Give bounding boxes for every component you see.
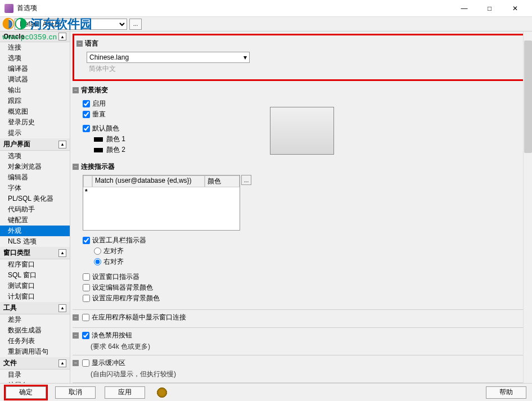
toolbar-indicator-checkbox[interactable]	[83, 237, 90, 244]
light-button-checkbox[interactable]	[82, 332, 89, 339]
sidebar-item[interactable]: 外观	[0, 226, 70, 236]
content-panel: − 语言 Chinese.lang▾ 简体中文 − 背景渐变 启用 垂直	[70, 31, 532, 383]
footer: 确定 取消 应用 帮助	[0, 383, 532, 401]
sidebar-category[interactable]: 用户界面▴	[0, 138, 70, 151]
sidebar-item[interactable]: 重新调用语句	[0, 346, 70, 357]
toolbar: Default ASUS ...	[0, 17, 532, 31]
app-bg-checkbox[interactable]	[83, 295, 90, 302]
sidebar-category[interactable]: 工具▴	[0, 302, 70, 314]
sidebar-item[interactable]: 差异	[0, 314, 70, 325]
sidebar-item[interactable]: 编辑器	[0, 172, 70, 183]
sidebar-item[interactable]: NLS 选项	[0, 236, 70, 247]
sidebar-item[interactable]: 计划窗口	[0, 291, 70, 302]
buffer-desc: (自由闪动显示，但执行较慢)	[73, 370, 530, 379]
sidebar-category[interactable]: 窗口类型▴	[0, 247, 70, 259]
collapse-icon[interactable]: −	[73, 164, 79, 170]
sidebar: Oracle▴连接选项编译器调试器输出跟踪概览图登录历史提示用户界面▴选项对象浏…	[0, 31, 70, 383]
vertical-checkbox[interactable]	[83, 111, 90, 118]
sidebar-item[interactable]: 键配置	[0, 215, 70, 226]
gradient-preview	[270, 107, 334, 155]
cancel-button[interactable]: 取消	[55, 386, 96, 399]
color1-swatch[interactable]	[94, 137, 103, 142]
new-row-marker[interactable]: *	[83, 187, 240, 196]
ok-button[interactable]: 确定	[6, 386, 46, 399]
language-desc: 简体中文	[87, 64, 524, 74]
sidebar-item[interactable]: 输出	[0, 85, 70, 96]
window-title: 首选项	[17, 3, 452, 13]
sidebar-item[interactable]: 编译器	[0, 64, 70, 74]
window-indicator-checkbox[interactable]	[83, 273, 90, 281]
sidebar-item[interactable]: 扩展名	[0, 380, 70, 383]
section-title: 连接指示器	[81, 162, 115, 172]
sidebar-item[interactable]: 代码助手	[0, 204, 70, 215]
sidebar-item[interactable]: 选项	[0, 53, 70, 64]
profile-combo[interactable]: Default ASUS	[15, 19, 127, 30]
collapse-icon[interactable]: −	[73, 360, 79, 366]
sidebar-category[interactable]: 文件▴	[0, 357, 70, 370]
collapse-icon[interactable]: −	[73, 332, 79, 339]
chevron-up-icon: ▴	[58, 33, 66, 40]
sidebar-item[interactable]: 字体	[0, 183, 70, 193]
color2-swatch[interactable]	[94, 148, 103, 152]
chevron-up-icon: ▴	[58, 249, 66, 257]
align-right-radio[interactable]	[94, 258, 101, 265]
connection-indicator-section: − 连接指示器 Match (user@database {ed,ws}) 颜色…	[73, 161, 530, 306]
light-button-section: − 淡色禁用按钮 (要求 64k 色或更多)	[73, 329, 530, 352]
mascot-icon[interactable]	[157, 388, 167, 398]
close-button[interactable]: ✕	[502, 0, 528, 16]
sidebar-item[interactable]: 概览图	[0, 106, 70, 117]
app-title-section: − 在应用程序标题中显示窗口连接	[73, 311, 530, 324]
connection-table[interactable]: Match (user@database {ed,ws}) 颜色 *	[83, 175, 240, 231]
light-button-desc: (要求 64k 色或更多)	[73, 342, 530, 352]
table-header-color: 颜色	[205, 175, 240, 187]
sidebar-item[interactable]: 登录历史	[0, 117, 70, 128]
apply-button[interactable]: 应用	[105, 386, 145, 399]
default-color-checkbox[interactable]	[83, 125, 90, 132]
sidebar-item[interactable]: SQL 窗口	[0, 270, 70, 281]
app-title-checkbox[interactable]	[82, 314, 89, 321]
sidebar-item[interactable]: 提示	[0, 128, 70, 138]
sidebar-category[interactable]: Oracle▴	[0, 31, 70, 42]
sidebar-item[interactable]: 调试器	[0, 74, 70, 85]
language-section: − 语言 Chinese.lang▾ 简体中文	[73, 34, 530, 81]
maximize-button[interactable]: □	[477, 0, 502, 16]
more-button[interactable]: ...	[129, 19, 142, 30]
sidebar-item[interactable]: 任务列表	[0, 336, 70, 346]
align-left-radio[interactable]	[94, 247, 101, 255]
chevron-up-icon: ▴	[58, 304, 66, 312]
sidebar-item[interactable]: 数据生成器	[0, 325, 70, 336]
collapse-icon[interactable]: −	[73, 87, 79, 93]
sidebar-item[interactable]: 对象浏览器	[0, 161, 70, 172]
help-button[interactable]: 帮助	[486, 386, 526, 399]
sidebar-item[interactable]: 跟踪	[0, 96, 70, 106]
language-combo[interactable]: Chinese.lang▾	[87, 52, 250, 63]
chevron-up-icon: ▴	[58, 359, 66, 367]
background-section: − 背景渐变 启用 垂直 默认颜色 颜色 1 颜色 2	[73, 84, 530, 157]
buffer-checkbox[interactable]	[82, 359, 89, 367]
collapse-icon[interactable]: −	[73, 314, 79, 321]
collapse-icon[interactable]: −	[76, 40, 83, 47]
titlebar: 首选项 — □ ✕	[0, 0, 532, 17]
sidebar-item[interactable]: 连接	[0, 42, 70, 53]
sidebar-item[interactable]: 目录	[0, 370, 70, 380]
table-header-match: Match (user@database {ed,ws})	[92, 175, 205, 187]
sidebar-item[interactable]: 测试窗口	[0, 281, 70, 291]
sidebar-item[interactable]: 选项	[0, 151, 70, 161]
sidebar-item[interactable]: PL/SQL 美化器	[0, 193, 70, 204]
buffer-section: − 显示缓冲区 (自由闪动显示，但执行较慢)	[73, 357, 530, 379]
section-title: 语言	[85, 39, 98, 48]
chevron-up-icon: ▴	[58, 141, 66, 148]
enable-checkbox[interactable]	[83, 100, 90, 107]
scrollbar[interactable]	[523, 31, 532, 383]
profile-icon	[3, 20, 12, 29]
ellipsis-button[interactable]: ...	[241, 175, 251, 185]
sidebar-item[interactable]: 程序窗口	[0, 259, 70, 270]
section-title: 背景渐变	[81, 85, 108, 95]
minimize-button[interactable]: —	[452, 0, 477, 16]
app-icon	[4, 4, 13, 13]
editor-bg-checkbox[interactable]	[83, 284, 90, 291]
